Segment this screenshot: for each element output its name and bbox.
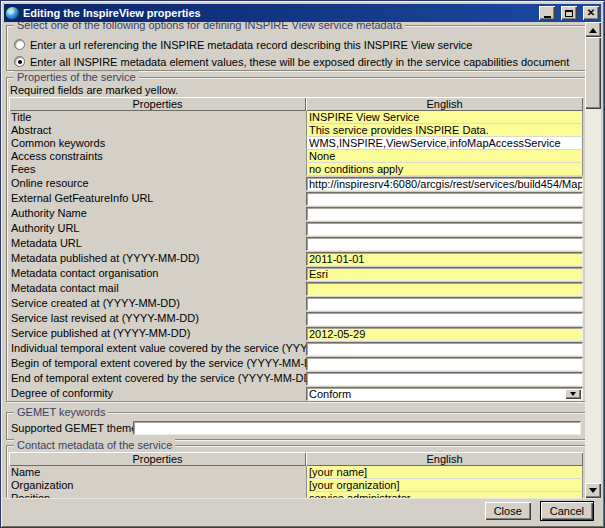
table-row: Title INSPIRE View Service (9, 111, 583, 124)
minimize-icon (544, 16, 551, 18)
chevron-down-glyph (570, 392, 576, 399)
button-bar: Close Cancel (4, 498, 601, 524)
cancel-button[interactable]: Cancel (540, 501, 594, 521)
table-row: Metadata URL (9, 236, 583, 251)
vertical-scrollbar[interactable] (585, 22, 601, 498)
property-label: Service last revised at (YYYY-MM-DD) (9, 311, 306, 326)
property-value-cell[interactable]: None (306, 150, 583, 163)
property-label: Abstract (9, 124, 306, 137)
text-field[interactable]: Esri (306, 267, 583, 281)
radio-option-all-values[interactable]: Enter all INSPIRE metadata element value… (14, 55, 569, 68)
chevron-down-icon[interactable] (565, 389, 581, 399)
property-label: Fees (9, 163, 306, 176)
titlebar[interactable]: Editing the InspireView properties ✕ (4, 4, 601, 22)
table-row: Degree of conformity Conform (9, 386, 583, 401)
property-label: Common keywords (9, 137, 306, 150)
scroll-up-button[interactable] (585, 22, 601, 37)
text-field[interactable] (306, 237, 583, 251)
text-field[interactable] (306, 357, 583, 371)
text-field[interactable]: http://inspiresrv4:6080/arcgis/rest/serv… (306, 177, 583, 191)
column-header-english: English (306, 97, 583, 111)
property-label: Title (9, 111, 306, 124)
gemet-themes-label: Supported GEMET themes (11, 422, 133, 434)
radio-option-url[interactable]: Enter a url referencing the INSPIRE meta… (14, 38, 472, 51)
gemet-keywords-group: GEMET keywords Supported GEMET themes (6, 412, 585, 440)
gemet-themes-input[interactable] (133, 421, 581, 435)
text-field[interactable] (306, 342, 583, 356)
group-legend: Select one of the following options for … (14, 22, 405, 32)
table-row: End of temporal extent covered by the se… (9, 371, 583, 386)
dropdown[interactable]: Conform (306, 387, 583, 401)
text-field[interactable] (306, 192, 583, 206)
window-title: Editing the InspireView properties (23, 7, 533, 19)
property-value-cell[interactable]: INSPIRE View Service (306, 111, 583, 124)
table-row: Individual temporal extent value covered… (9, 341, 583, 356)
property-label: Individual temporal extent value covered… (9, 341, 306, 356)
maximize-icon (565, 10, 573, 17)
property-label: Service created at (YYYY-MM-DD) (9, 296, 306, 311)
property-label: End of temporal extent covered by the se… (9, 371, 306, 386)
property-label: External GetFeatureInfo URL (9, 191, 306, 206)
property-label: Metadata published at (YYYY-MM-DD) (9, 251, 306, 266)
property-label: Degree of conformity (9, 386, 306, 401)
table-row: Service last revised at (YYYY-MM-DD) (9, 311, 583, 326)
scrollable-form-area: Select one of the following options for … (4, 22, 585, 498)
table-row: Begin of temporal extent covered by the … (9, 356, 583, 371)
property-label: Name (9, 466, 306, 479)
text-field[interactable]: 2011-01-01 (306, 252, 583, 266)
table-row: Online resource http://inspiresrv4:6080/… (9, 176, 583, 191)
radio-button-selected-icon[interactable] (14, 56, 25, 67)
contact-metadata-group: Contact metadata of the service Properti… (6, 445, 585, 498)
property-value-cell[interactable]: [your name] (306, 466, 583, 479)
close-window-button[interactable]: ✕ (583, 6, 599, 20)
close-icon: ✕ (587, 8, 595, 18)
text-field[interactable] (306, 222, 583, 236)
dialog-content: Select one of the following options for … (4, 22, 601, 524)
column-header-properties: Properties (9, 452, 306, 466)
text-field[interactable]: 2012-05-29 (306, 327, 583, 341)
property-value-cell[interactable]: WMS,INSPIRE,ViewService,infoMapAccessSer… (306, 137, 583, 150)
required-fields-note: Required fields are marked yellow. (10, 84, 585, 97)
maximize-button[interactable] (561, 6, 577, 20)
property-label: Service published at (YYYY-MM-DD) (9, 326, 306, 341)
text-field[interactable] (306, 297, 583, 311)
property-value-cell[interactable]: [your organization] (306, 479, 583, 492)
table-row: Metadata contact mail (9, 281, 583, 296)
table-row: Fees no conditions apply (9, 163, 583, 176)
table-header: Properties English (9, 97, 583, 111)
table-row: Metadata published at (YYYY-MM-DD) 2011-… (9, 251, 583, 266)
text-field[interactable] (306, 282, 583, 296)
table-row: Abstract This service provides INSPIRE D… (9, 124, 583, 137)
table-row: External GetFeatureInfo URL (9, 191, 583, 206)
property-value-cell[interactable]: no conditions apply (306, 163, 583, 176)
radio-label: Enter a url referencing the INSPIRE meta… (30, 39, 472, 51)
dialog-window: Editing the InspireView properties ✕ Sel… (0, 0, 605, 528)
property-label: Metadata URL (9, 236, 306, 251)
minimize-button[interactable] (539, 6, 555, 20)
scroll-down-button[interactable] (585, 483, 601, 498)
dropdown-value: Conform (309, 388, 351, 400)
table-row: Organization [your organization] (9, 479, 583, 492)
group-legend: Contact metadata of the service (14, 439, 175, 452)
radio-button-icon[interactable] (14, 39, 25, 50)
arrow-down-icon (589, 488, 597, 497)
property-label: Access constraints (9, 150, 306, 163)
table-row: Name [your name] (9, 466, 583, 479)
property-value-cell[interactable]: This service provides INSPIRE Data. (306, 124, 583, 137)
property-label: Authority Name (9, 206, 306, 221)
text-field[interactable] (306, 372, 583, 386)
table-row: Authority URL (9, 221, 583, 236)
property-label: Authority URL (9, 221, 306, 236)
property-label: Begin of temporal extent covered by the … (9, 356, 306, 371)
text-field[interactable] (306, 312, 583, 326)
table-row: Common keywords WMS,INSPIRE,ViewService,… (9, 137, 583, 150)
properties-table-body: Title INSPIRE View Service Abstract This… (9, 111, 583, 401)
globe-icon (6, 7, 19, 20)
table-row: Service created at (YYYY-MM-DD) (9, 296, 583, 311)
table-row: Authority Name (9, 206, 583, 221)
column-header-english: English (306, 452, 583, 466)
text-field[interactable] (306, 207, 583, 221)
close-button[interactable]: Close (485, 502, 531, 520)
scrollbar-thumb[interactable] (585, 37, 601, 109)
property-label: Metadata contact organisation (9, 266, 306, 281)
